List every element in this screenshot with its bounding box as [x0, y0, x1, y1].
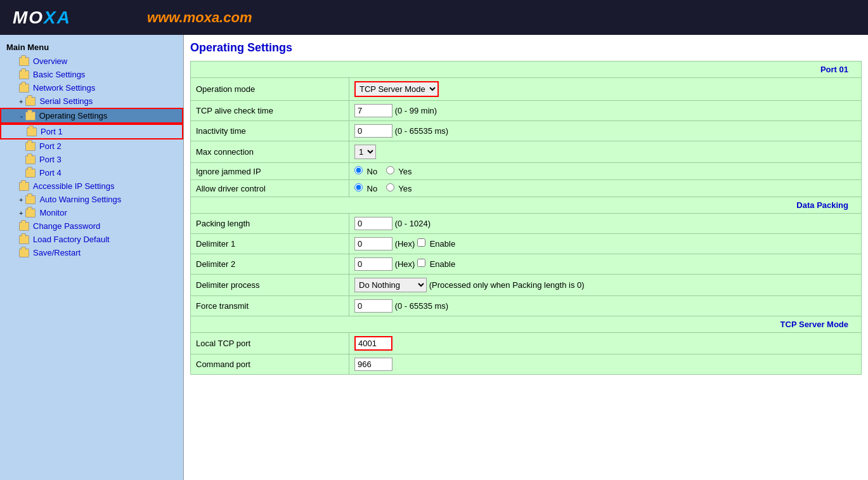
- packing-length-input[interactable]: [354, 217, 392, 230]
- force-transmit-input[interactable]: [354, 299, 392, 313]
- ignore-jammed-radio-group: No Yes: [354, 166, 856, 176]
- sidebar-label-basic: Basic Settings: [33, 70, 85, 79]
- sidebar-item-basic-settings[interactable]: Basic Settings: [0, 68, 183, 81]
- sidebar-label-port1: Port 1: [41, 127, 63, 136]
- allow-driver-yes-radio[interactable]: [386, 183, 394, 191]
- sidebar-item-port3[interactable]: Port 3: [0, 153, 183, 166]
- table-row: Command port: [191, 354, 862, 375]
- sidebar-item-overview[interactable]: Overview: [0, 55, 183, 68]
- tcp-alive-input[interactable]: [354, 104, 392, 117]
- force-transmit-range: (0 - 65535 ms): [395, 301, 449, 311]
- operation-mode-value-cell: TCP Server Mode UDP Mode Real COM Mode R…: [349, 78, 862, 101]
- page-title: Operating Settings: [190, 41, 862, 55]
- sidebar-item-change-password[interactable]: Change Password: [0, 219, 183, 233]
- sidebar-item-accessible-ip[interactable]: Accessible IP Settings: [0, 179, 183, 193]
- delimiter-process-note: (Processed only when Packing length is 0…: [429, 280, 585, 290]
- allow-driver-yes-label[interactable]: Yes: [386, 184, 412, 193]
- table-row: Operation mode TCP Server Mode UDP Mode …: [191, 78, 862, 101]
- local-tcp-value-cell: [349, 333, 862, 354]
- allow-driver-value-cell: No Yes: [349, 180, 862, 197]
- folder-icon-load-factory: [19, 235, 29, 244]
- logo-text: MO: [13, 8, 44, 27]
- folder-icon-accessible: [19, 182, 29, 191]
- folder-icon-port4: [25, 169, 36, 178]
- command-port-input[interactable]: [354, 358, 392, 371]
- folder-icon-port1: [27, 127, 37, 136]
- sidebar-item-serial-settings[interactable]: + Serial Settings: [0, 94, 183, 108]
- sidebar-label-port4: Port 4: [39, 168, 62, 178]
- tcp-alive-label: TCP alive check time: [191, 101, 349, 121]
- tcp-server-label: TCP Server Mode: [781, 320, 848, 329]
- data-packing-header: Data Packing: [191, 197, 862, 214]
- folder-icon-save-restart: [19, 249, 29, 257]
- delimiter2-enable-checkbox[interactable]: [417, 259, 425, 267]
- folder-icon-operating: [25, 112, 36, 120]
- table-row: Force transmit (0 - 65535 ms): [191, 296, 862, 316]
- table-row: Max connection 1 2 3 4: [191, 141, 862, 163]
- expand-icon-autowarning: +: [19, 196, 23, 204]
- settings-table: Port 01 Operation mode TCP Server Mode U…: [190, 61, 862, 375]
- table-row: Delimiter 1 (Hex) Enable: [191, 234, 862, 254]
- delimiter1-hex: (Hex): [395, 239, 415, 249]
- sidebar-item-port1[interactable]: Port 1: [0, 124, 183, 139]
- allow-driver-no-radio[interactable]: [354, 183, 363, 191]
- port01-section-label: Port 01: [820, 65, 848, 74]
- sidebar-item-save-restart[interactable]: Save/Restart: [0, 246, 183, 259]
- expand-icon-serial: +: [19, 98, 23, 105]
- sidebar-item-operating-settings[interactable]: - Operating Settings: [0, 108, 183, 124]
- delimiter2-value-cell: (Hex) Enable: [349, 254, 862, 275]
- folder-icon-autowarning: [25, 195, 36, 204]
- allow-driver-radio-group: No Yes: [354, 183, 856, 193]
- ignore-jammed-no-label[interactable]: No: [354, 167, 380, 176]
- table-row: Delimiter process Do Nothing Strip Delim…: [191, 275, 862, 296]
- table-row: TCP alive check time (0 - 99 min): [191, 101, 862, 121]
- delimiter-process-label: Delimiter process: [191, 275, 349, 296]
- sidebar-item-port4[interactable]: Port 4: [0, 166, 183, 179]
- folder-icon: [19, 70, 29, 79]
- sidebar-item-load-factory[interactable]: Load Factory Default: [0, 233, 183, 246]
- tcp-server-header: TCP Server Mode: [191, 316, 862, 333]
- sidebar-item-auto-warning[interactable]: + Auto Warning Settings: [0, 193, 183, 206]
- delimiter1-enable-label: Enable: [430, 239, 455, 249]
- local-tcp-label: Local TCP port: [191, 333, 349, 354]
- tcp-alive-range: (0 - 99 min): [395, 106, 437, 115]
- folder-icon-port2: [25, 142, 36, 151]
- inactivity-input[interactable]: [354, 124, 392, 138]
- delimiter1-input[interactable]: [354, 237, 392, 250]
- delimiter-process-select[interactable]: Do Nothing Strip Delimiter Apply Delimit…: [354, 278, 427, 292]
- table-row: Inactivity time (0 - 65535 ms): [191, 121, 862, 141]
- table-row: Allow driver control No Yes: [191, 180, 862, 197]
- logo: MOXA: [13, 8, 71, 28]
- operation-mode-label: Operation mode: [191, 78, 349, 101]
- delimiter1-label: Delimiter 1: [191, 234, 349, 254]
- sidebar-item-network-settings[interactable]: Network Settings: [0, 81, 183, 94]
- sidebar-item-monitor[interactable]: + Monitor: [0, 206, 183, 219]
- main-layout: Main Menu Overview Basic Settings Networ…: [0, 35, 868, 480]
- tcp-alive-value-cell: (0 - 99 min): [349, 101, 862, 121]
- folder-icon-monitor: [25, 209, 36, 217]
- sidebar-item-port2[interactable]: Port 2: [0, 139, 183, 153]
- delimiter2-label: Delimiter 2: [191, 254, 349, 275]
- sidebar: Main Menu Overview Basic Settings Networ…: [0, 35, 184, 480]
- max-conn-select[interactable]: 1 2 3 4: [354, 145, 376, 159]
- delimiter1-enable-checkbox[interactable]: [417, 238, 425, 247]
- ignore-jammed-no-radio[interactable]: [354, 166, 363, 174]
- ignore-jammed-yes-label[interactable]: Yes: [386, 167, 412, 176]
- local-tcp-input[interactable]: [354, 336, 392, 351]
- delimiter1-value-cell: (Hex) Enable: [349, 234, 862, 254]
- folder-icon: [19, 57, 29, 66]
- delimiter2-enable-label: Enable: [430, 259, 455, 269]
- packing-length-value-cell: (0 - 1024): [349, 214, 862, 234]
- sidebar-label-monitor: Monitor: [39, 208, 67, 217]
- command-port-label: Command port: [191, 354, 349, 375]
- sidebar-label-save-restart: Save/Restart: [33, 248, 81, 257]
- header: MOXA www.moxa.com: [0, 0, 868, 35]
- operation-mode-select[interactable]: TCP Server Mode UDP Mode Real COM Mode R…: [354, 81, 439, 97]
- delimiter2-input[interactable]: [354, 257, 392, 271]
- sidebar-label-port2: Port 2: [39, 141, 62, 151]
- allow-driver-no-label[interactable]: No: [354, 184, 380, 193]
- ignore-jammed-yes-radio[interactable]: [386, 166, 394, 174]
- ignore-jammed-label: Ignore jammed IP: [191, 163, 349, 180]
- expand-icon-monitor: +: [19, 209, 23, 217]
- max-conn-label: Max connection: [191, 141, 349, 163]
